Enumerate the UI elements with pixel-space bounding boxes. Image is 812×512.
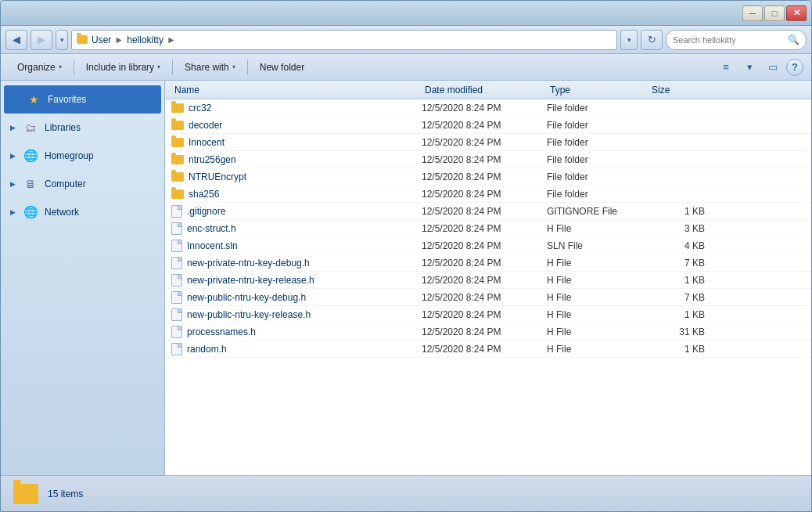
close-button[interactable]: ✕ (786, 5, 807, 21)
file-row[interactable]: new-public-ntru-key-release.h 12/5/2020 … (165, 306, 811, 323)
minimize-button[interactable]: ─ (742, 5, 763, 21)
file-name-text: enc-struct.h (187, 223, 236, 234)
file-row[interactable]: .gitignore 12/5/2020 8:24 PM GITIGNORE F… (165, 203, 811, 220)
libraries-expand-icon: ▶ (9, 124, 16, 132)
toolbar-separator-1 (74, 59, 74, 75)
file-row[interactable]: new-private-ntru-key-release.h 12/5/2020… (165, 272, 811, 289)
help-button[interactable]: ? (786, 59, 803, 76)
file-row[interactable]: random.h 12/5/2020 8:24 PM H File 1 KB (165, 341, 811, 358)
libraries-icon: 🗂 (23, 121, 38, 134)
nav-dropdown-button[interactable]: ▾ (56, 30, 68, 50)
file-size: 31 KB (649, 326, 711, 337)
share-with-button[interactable]: Share with ▾ (176, 57, 244, 78)
network-icon: 🌐 (23, 205, 38, 219)
forward-button[interactable]: ▶ (31, 30, 52, 50)
file-type: H File (547, 292, 649, 303)
file-date: 12/5/2020 8:24 PM (422, 120, 547, 131)
view-dropdown-button[interactable]: ▾ (739, 57, 760, 78)
file-row[interactable]: Innocent 12/5/2020 8:24 PM File folder (165, 134, 811, 151)
file-date: 12/5/2020 8:24 PM (422, 137, 547, 148)
file-row[interactable]: ntru256gen 12/5/2020 8:24 PM File folder (165, 151, 811, 168)
file-name-text: processnames.h (187, 326, 256, 337)
breadcrumb-user[interactable]: User (92, 34, 111, 45)
file-name-text: Innocent.sln (187, 240, 238, 251)
file-row[interactable]: new-public-ntru-key-debug.h 12/5/2020 8:… (165, 289, 811, 306)
preview-pane-button[interactable]: ▭ (763, 57, 783, 78)
file-row[interactable]: decoder 12/5/2020 8:24 PM File folder (165, 117, 811, 134)
toolbar-right: ≡ ▾ ▭ ? (716, 57, 803, 78)
file-name-text: ntru256gen (189, 154, 236, 165)
file-name-text: random.h (187, 344, 227, 355)
file-row[interactable]: NTRUEncrypt 12/5/2020 8:24 PM File folde… (165, 168, 811, 186)
col-header-size[interactable]: Size (649, 85, 711, 96)
new-folder-button[interactable]: New folder (251, 57, 313, 78)
file-size: 7 KB (649, 292, 711, 303)
file-row[interactable]: sha256 12/5/2020 8:24 PM File folder (165, 186, 811, 203)
file-type: H File (547, 223, 649, 234)
view-details-button[interactable]: ≡ (716, 57, 736, 78)
search-input[interactable] (673, 35, 785, 45)
file-icon (171, 205, 182, 218)
file-date: 12/5/2020 8:24 PM (422, 189, 547, 200)
include-library-button[interactable]: Include in library ▾ (77, 57, 169, 78)
file-name-text: new-public-ntru-key-debug.h (187, 292, 306, 303)
status-bar: 15 items (1, 475, 811, 511)
file-icon (171, 291, 182, 304)
sidebar-item-homegroup[interactable]: ▶ 🌐 Homegroup (1, 142, 164, 170)
favorites-icon: ★ (26, 93, 41, 106)
file-row[interactable]: enc-struct.h 12/5/2020 8:24 PM H File 3 … (165, 220, 811, 237)
file-type: H File (547, 326, 649, 337)
folder-icon (171, 138, 184, 147)
back-button[interactable]: ◀ (5, 30, 27, 50)
sidebar-item-libraries[interactable]: ▶ 🗂 Libraries (1, 114, 164, 142)
sidebar-item-network[interactable]: ▶ 🌐 Network (1, 198, 164, 226)
col-header-type[interactable]: Type (547, 85, 649, 96)
window-controls: ─ □ ✕ (742, 5, 807, 21)
file-type: H File (547, 309, 649, 320)
folder-icon (171, 103, 184, 113)
file-date: 12/5/2020 8:24 PM (422, 326, 547, 337)
file-row[interactable]: Innocent.sln 12/5/2020 8:24 PM SLN File … (165, 237, 811, 254)
maximize-button[interactable]: □ (764, 5, 785, 21)
homegroup-label: Homegroup (45, 150, 94, 161)
toolbar-separator-2 (172, 59, 173, 75)
computer-glyph-icon: 🖥 (25, 178, 36, 190)
file-size: 4 KB (649, 240, 711, 251)
file-name: new-private-ntru-key-debug.h (171, 257, 422, 269)
computer-expand-icon: ▶ (9, 180, 16, 188)
file-date: 12/5/2020 8:24 PM (422, 223, 547, 234)
file-row[interactable]: new-private-ntru-key-debug.h 12/5/2020 8… (165, 254, 811, 272)
file-icon (171, 343, 182, 355)
network-label: Network (45, 207, 79, 218)
toolbar: Organize ▾ Include in library ▾ Share wi… (1, 54, 811, 81)
breadcrumb-sep-1: ► (114, 34, 124, 45)
file-name-text: crc32 (189, 103, 211, 114)
explorer-window: ─ □ ✕ ◀ ▶ ▾ User ► hellokitty ► ▾ ↻ 🔍 Or… (0, 0, 812, 512)
file-name-text: NTRUEncrypt (189, 171, 246, 182)
col-header-date[interactable]: Date modified (422, 85, 547, 96)
organize-arrow-icon: ▾ (59, 63, 62, 70)
file-date: 12/5/2020 8:24 PM (422, 154, 547, 165)
file-type: File folder (547, 171, 649, 182)
favorites-label: Favorites (48, 94, 86, 105)
file-row[interactable]: crc32 12/5/2020 8:24 PM File folder (165, 99, 811, 117)
folder-icon (171, 172, 184, 182)
file-size: 1 KB (649, 275, 711, 286)
search-bar: 🔍 (666, 30, 807, 50)
file-type: File folder (547, 189, 649, 200)
organize-button[interactable]: Organize ▾ (9, 57, 70, 78)
file-size: 1 KB (649, 344, 711, 355)
file-type: File folder (547, 103, 649, 114)
file-date: 12/5/2020 8:24 PM (422, 344, 547, 355)
address-dropdown-button[interactable]: ▾ (620, 30, 638, 50)
libraries-glyph-icon: 🗂 (25, 121, 36, 134)
sidebar-item-favorites[interactable]: ★ Favorites (4, 85, 161, 114)
col-header-name[interactable]: Name (171, 85, 422, 96)
breadcrumb-hellokitty[interactable]: hellokitty (127, 34, 163, 45)
file-date: 12/5/2020 8:24 PM (422, 240, 547, 251)
refresh-button[interactable]: ↻ (641, 30, 663, 50)
computer-label: Computer (45, 178, 86, 189)
sidebar-item-computer[interactable]: ▶ 🖥 Computer (1, 170, 164, 198)
file-name-text: sha256 (189, 189, 219, 200)
file-row[interactable]: processnames.h 12/5/2020 8:24 PM H File … (165, 323, 811, 341)
